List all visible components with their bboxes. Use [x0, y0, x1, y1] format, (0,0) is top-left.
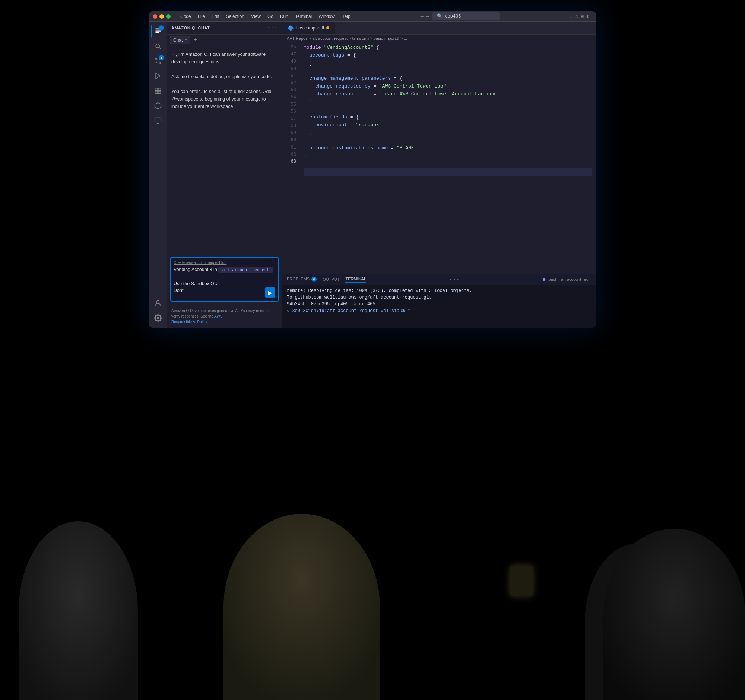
minimize-dot[interactable]	[159, 14, 164, 19]
tab-terminal[interactable]: TERMINAL	[345, 277, 366, 283]
menu-edit[interactable]: Edit	[212, 14, 219, 19]
tab-problems[interactable]: PROBLEMS 0	[287, 277, 317, 283]
svg-point-13	[156, 300, 159, 303]
unsaved-dot	[326, 27, 329, 30]
ln-51: 51	[285, 73, 296, 80]
terminal-panel: PROBLEMS 0 OUTPUT TERMINAL ··· ⊕ bash - …	[282, 274, 596, 328]
window-icon-4[interactable]: ◐	[587, 13, 589, 19]
window-icon-3[interactable]: ▣	[581, 13, 584, 19]
ln-53: 53	[285, 87, 296, 94]
nav-arrows: ← →	[420, 13, 429, 19]
terminal-panel-title: ⊕ bash - aft-account-req	[542, 277, 589, 282]
menu-help[interactable]: Help	[341, 14, 350, 19]
menu-terminal[interactable]: Terminal	[295, 14, 312, 19]
chat-tab-close[interactable]: ×	[185, 38, 187, 42]
problems-badge: 0	[311, 277, 317, 282]
chat-input-text[interactable]: Vending Account 3 in `aft-account-reques…	[174, 266, 275, 294]
activity-hexagon[interactable]	[151, 99, 165, 112]
chat-input-main2: Use the Sandbox OU	[174, 281, 217, 287]
code-line-51: change_management_parameters = {	[304, 75, 591, 83]
close-dot[interactable]	[153, 14, 157, 19]
svg-rect-5	[155, 88, 157, 91]
terminal-tab-bar: PROBLEMS 0 OUTPUT TERMINAL ··· ⊕ bash - …	[282, 274, 596, 285]
activity-search[interactable]	[151, 39, 165, 53]
chat-input-main1: Vending Account 3 in	[174, 267, 218, 272]
svg-rect-8	[158, 91, 160, 94]
activity-extensions[interactable]	[151, 84, 165, 97]
audience-head-far-right	[585, 543, 689, 700]
terminal-line-4: ○ 3c06301d1719:aft-account-request wells…	[287, 307, 591, 314]
tab-output[interactable]: OUTPUT	[323, 277, 340, 282]
svg-point-2	[155, 58, 157, 60]
ln-55: 55	[285, 101, 296, 108]
terminal-more-button[interactable]: ···	[449, 276, 460, 283]
explorer-badge: 1	[159, 25, 164, 31]
menu-window[interactable]: Window	[319, 14, 335, 19]
window-icon-2[interactable]: △	[575, 13, 578, 19]
ln-62: 62	[285, 151, 296, 158]
breadcrumb-text: AFT-Repos > aft-account-request > terraf…	[287, 36, 407, 40]
forward-icon[interactable]: →	[426, 13, 429, 19]
menu-go[interactable]: Go	[268, 14, 274, 19]
ln-54: 54	[285, 94, 296, 101]
editor-tab-basic-import[interactable]: 🔷 basic-import.tf	[282, 22, 335, 34]
code-line-50	[304, 67, 591, 75]
svg-line-1	[159, 47, 161, 49]
audience-head-center	[223, 514, 380, 700]
code-line-47: account_tags = {	[304, 52, 591, 60]
sidebar-header: AMAZON Q: CHAT ···	[167, 22, 282, 34]
terminal-content: remote: Resolving deltas: 100% (3/3), co…	[282, 285, 596, 328]
activity-account[interactable]	[151, 296, 165, 310]
titlebar: Code File Edit Selection View Go Run Ter…	[149, 11, 596, 22]
window-icon-1[interactable]: ⊞	[570, 13, 572, 19]
responsible-ai-link[interactable]: Responsible AI Policy.	[171, 320, 208, 324]
code-line-63	[304, 168, 591, 176]
back-icon[interactable]: ←	[420, 13, 423, 19]
menu-run[interactable]: Run	[280, 14, 288, 19]
ln-58: 58	[285, 122, 296, 130]
terraform-icon: 🔷	[287, 25, 294, 31]
sidebar-menu-button[interactable]: ···	[267, 25, 278, 31]
code-line-61: }	[304, 152, 591, 160]
menu-bar: Code File Edit Selection View Go Run Ter…	[180, 14, 350, 19]
code-line-49: }	[304, 60, 591, 67]
audience-head-left	[19, 521, 138, 700]
scm-badge: 3	[159, 55, 164, 60]
search-bar[interactable]: 🔍 cop405	[432, 12, 500, 20]
maximize-dot[interactable]	[166, 14, 171, 19]
activity-settings[interactable]	[151, 311, 165, 325]
chat-tab[interactable]: Chat ×	[170, 36, 190, 44]
code-line-52: change_requested_by = "AWS Control Tower…	[304, 83, 591, 91]
titlebar-center: ← → 🔍 cop405	[353, 12, 567, 20]
menu-view[interactable]: View	[251, 14, 261, 19]
menu-selection[interactable]: Selection	[226, 14, 244, 19]
ln-47: 47	[285, 51, 296, 58]
chat-content: Hi, I'm Amazon Q. I can answer your soft…	[167, 46, 282, 254]
svg-marker-4	[156, 73, 160, 79]
code-line-53: change_reason = "Learn AWS Control Tower…	[304, 91, 591, 98]
terminal-line-3: 94b346b..07ac395 cop405 -> cop405	[287, 301, 591, 307]
chat-input-main3: Dont	[174, 288, 183, 293]
code-content[interactable]: module "VendingAccount2" { account_tags …	[299, 42, 596, 274]
send-icon: ▶	[268, 290, 272, 296]
ln-60: 60	[285, 137, 296, 144]
activity-monitor[interactable]	[151, 114, 165, 127]
chat-input-area[interactable]: Create new account request for: Vending …	[170, 257, 279, 301]
aws-link[interactable]: AWS	[214, 314, 222, 318]
ln-61: 61	[285, 144, 296, 151]
menu-file[interactable]: File	[198, 14, 205, 19]
activity-source-control[interactable]: 3	[151, 54, 165, 68]
menu-code[interactable]: Code	[180, 14, 191, 19]
chat-input-hint: Create new account request for:	[174, 261, 275, 265]
activity-explorer[interactable]: 1	[151, 25, 165, 38]
activity-run[interactable]	[151, 69, 165, 83]
svg-marker-9	[155, 103, 161, 109]
send-button[interactable]: ▶	[265, 287, 275, 298]
svg-rect-6	[158, 88, 160, 91]
chat-tab-add[interactable]: +	[192, 37, 199, 43]
ln-49: 49	[285, 58, 296, 65]
phone-glow	[510, 566, 533, 596]
code-line-54: }	[304, 98, 591, 106]
ln-52: 52	[285, 80, 296, 87]
ln-35: 35	[285, 44, 296, 51]
